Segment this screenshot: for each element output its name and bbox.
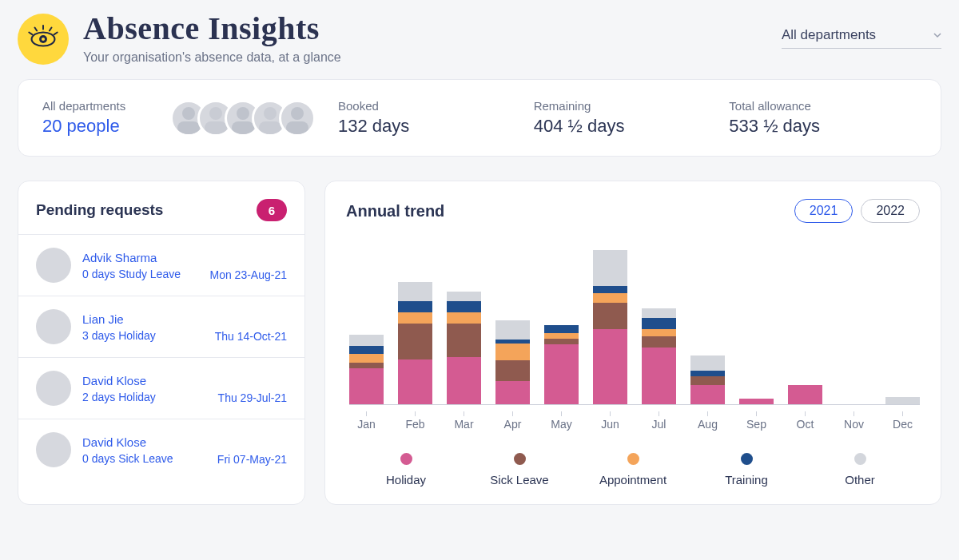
summary-scope-label: All departments: [42, 99, 162, 113]
chart-segment-training: [690, 371, 725, 376]
chart-segment-appoint: [447, 312, 481, 324]
chart-bar: [690, 355, 725, 404]
chart-segment-holiday: [447, 357, 481, 404]
svg-rect-13: [232, 121, 254, 134]
request-date: Thu 14-Oct-21: [215, 330, 287, 343]
month-label: Apr: [495, 411, 530, 431]
svg-point-2: [42, 37, 45, 40]
allowance-value: 533 ½ days: [729, 116, 917, 137]
request-date: Thu 29-Jul-21: [218, 391, 287, 404]
summary-people-link[interactable]: 20 people: [42, 116, 162, 137]
pending-request-row[interactable]: David Klose0 days Sick LeaveFri 07-May-2…: [18, 419, 304, 480]
legend-dot-sick: [514, 453, 526, 465]
chart-segment-other: [690, 355, 725, 371]
month-label: Sep: [739, 411, 774, 431]
chart-legend: Holiday Sick Leave Appointment Training …: [325, 439, 941, 504]
chart-segment-appoint: [495, 344, 530, 360]
chart-bar: [593, 250, 627, 404]
chart-segment-holiday: [349, 368, 384, 404]
summary-card: All departments 20 people Booked 132 day…: [18, 79, 941, 157]
year-pill-2022[interactable]: 2022: [861, 199, 920, 223]
chart-segment-holiday: [739, 399, 774, 404]
pending-title: Pending requests: [36, 201, 163, 219]
chevron-down-icon: [933, 27, 941, 43]
pending-request-row[interactable]: Advik Sharma0 days Study LeaveMon 23-Aug…: [18, 234, 304, 296]
svg-point-10: [209, 107, 222, 120]
legend-sick: Sick Leave: [490, 473, 548, 487]
avatar: [36, 309, 71, 344]
legend-dot-other: [854, 453, 866, 465]
chart-segment-appoint: [398, 312, 432, 324]
chart-segment-holiday: [495, 381, 530, 404]
chart-bar: [885, 397, 920, 404]
chart-segment-other: [349, 335, 384, 346]
avatar: [36, 371, 71, 406]
chart-segment-training: [593, 286, 627, 293]
chart-bar: [349, 335, 384, 404]
chart-segment-holiday: [398, 359, 432, 404]
chart-bar: [398, 282, 432, 404]
legend-appointment: Appointment: [599, 473, 667, 487]
chart-bar: [788, 385, 822, 404]
request-name: David Klose: [82, 374, 287, 387]
svg-rect-9: [177, 121, 200, 134]
page-title: Absence Insights: [83, 10, 341, 47]
chart-segment-other: [642, 308, 676, 318]
chart-segment-other: [593, 250, 627, 286]
chart-segment-training: [349, 346, 384, 353]
chart-segment-training: [642, 318, 676, 329]
annual-trend-card: Annual trend 2021 2022 JanFebMarAprMayJu…: [324, 181, 941, 505]
department-dropdown[interactable]: All departments: [782, 24, 941, 49]
booked-value: 132 days: [338, 116, 526, 137]
month-label: May: [544, 411, 579, 431]
department-dropdown-value: All departments: [782, 27, 876, 43]
request-name: David Klose: [82, 435, 287, 449]
pending-requests-card: Pending requests 6 Advik Sharma0 days St…: [18, 181, 305, 505]
trend-chart: [349, 229, 920, 405]
chart-segment-holiday: [642, 348, 676, 404]
chart-segment-training: [544, 325, 579, 332]
legend-other: Other: [845, 473, 875, 487]
booked-label: Booked: [338, 99, 526, 113]
chart-segment-appoint: [544, 333, 579, 339]
chart-segment-other: [885, 397, 920, 404]
month-label: Oct: [788, 411, 822, 431]
remaining-label: Remaining: [534, 99, 722, 113]
legend-dot-appointment: [627, 453, 639, 465]
month-label: Nov: [837, 411, 871, 431]
request-name: Advik Sharma: [82, 251, 287, 264]
svg-point-14: [264, 107, 277, 120]
month-label: Jul: [642, 411, 676, 431]
svg-line-5: [50, 27, 52, 30]
chart-bar: [447, 292, 481, 404]
chart-bar: [642, 308, 676, 404]
page-subtitle: Your organisation's absence data, at a g…: [83, 50, 341, 65]
year-pill-2021[interactable]: 2021: [794, 199, 854, 223]
people-avatars[interactable]: [170, 100, 330, 137]
chart-segment-sick: [690, 376, 725, 386]
legend-dot-holiday: [400, 453, 412, 465]
avatar: [279, 100, 316, 137]
chart-segment-sick: [495, 360, 530, 381]
chart-segment-holiday: [788, 385, 822, 404]
chart-segment-appoint: [642, 329, 676, 336]
chart-segment-appoint: [349, 354, 384, 363]
chart-segment-sick: [349, 363, 384, 368]
svg-line-6: [29, 32, 32, 34]
request-date: Mon 23-Aug-21: [209, 268, 287, 281]
chart-bar: [544, 325, 579, 404]
svg-rect-15: [259, 121, 281, 134]
chart-segment-holiday: [690, 385, 725, 404]
month-label: Feb: [398, 411, 432, 431]
month-label: Mar: [447, 411, 481, 431]
pending-request-row[interactable]: David Klose2 days HolidayThu 29-Jul-21: [18, 357, 304, 419]
chart-segment-holiday: [593, 329, 627, 404]
svg-rect-11: [205, 121, 227, 134]
avatar: [36, 432, 71, 467]
request-date: Fri 07-May-21: [217, 453, 287, 466]
pending-request-row[interactable]: Lian Jie3 days HolidayThu 14-Oct-21: [18, 296, 304, 357]
month-label: Dec: [885, 411, 920, 431]
chart-bar: [495, 320, 530, 404]
chart-segment-appoint: [593, 293, 627, 303]
chart-segment-holiday: [544, 344, 579, 404]
